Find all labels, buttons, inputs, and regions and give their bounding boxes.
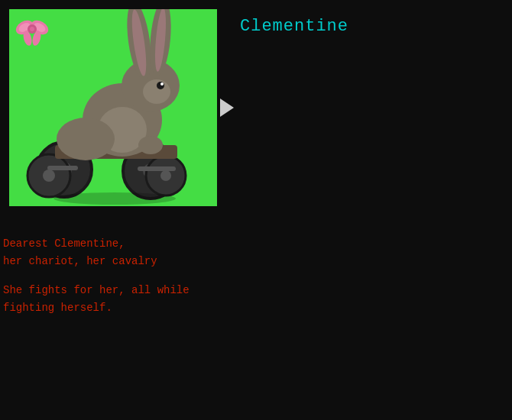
poem-line-3: She fights for her, all while xyxy=(3,282,190,299)
svg-point-24 xyxy=(53,192,176,205)
main-container: Clementine Dearest Clementine, her chari… xyxy=(0,0,512,420)
svg-point-16 xyxy=(143,79,170,104)
poem-line-2: her chariot, her cavalry xyxy=(3,253,190,270)
svg-point-30 xyxy=(30,27,34,31)
play-button[interactable] xyxy=(220,99,234,117)
poem-stanza-2: She fights for her, all while fighting h… xyxy=(3,282,190,316)
svg-rect-9 xyxy=(47,166,78,170)
poem-line-4: fighting herself. xyxy=(3,299,190,316)
svg-rect-10 xyxy=(138,166,176,171)
poem-section: Dearest Clementine, her chariot, her cav… xyxy=(0,235,190,328)
title-area: Clementine xyxy=(240,9,348,36)
svg-point-18 xyxy=(160,82,164,86)
poem-line-1: Dearest Clementine, xyxy=(3,235,190,252)
bunny-display xyxy=(9,9,217,206)
page-title: Clementine xyxy=(240,17,348,36)
image-panel xyxy=(9,9,217,206)
svg-point-14 xyxy=(57,118,115,160)
top-section: Clementine xyxy=(0,0,512,206)
svg-point-8 xyxy=(160,170,171,181)
svg-point-17 xyxy=(157,82,164,89)
poem-stanza-1: Dearest Clementine, her chariot, her cav… xyxy=(3,235,190,270)
svg-point-23 xyxy=(138,136,163,154)
svg-point-4 xyxy=(43,170,55,182)
bow-icon xyxy=(14,14,52,48)
